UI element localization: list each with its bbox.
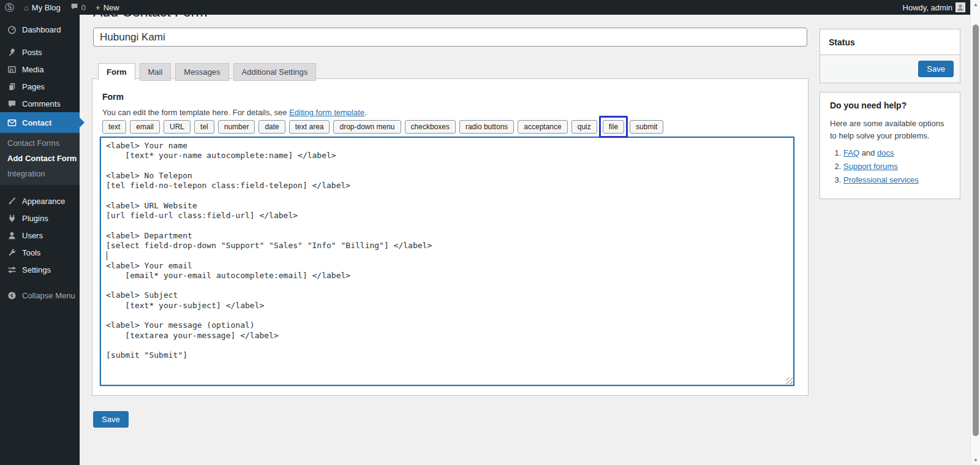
comments-menu[interactable]: 0	[66, 0, 91, 15]
help-box-intro: Here are some available options to help …	[830, 118, 950, 142]
sidebar-item-label: Comments	[22, 99, 61, 108]
sidebar-item-pages[interactable]: Pages	[0, 78, 80, 95]
new-content-menu[interactable]: + New	[91, 0, 124, 15]
sidebar-item-comments[interactable]: Comments	[0, 95, 80, 112]
editor-tabs: Form Mail Messages Additional Settings	[98, 63, 320, 81]
form-template-text: <label> Your name [text* your-name autoc…	[101, 138, 793, 385]
form-title-input[interactable]	[93, 28, 807, 47]
tab-form[interactable]: Form	[98, 63, 135, 81]
focus-highlight-box: file	[599, 116, 628, 138]
wrench-icon	[6, 248, 17, 257]
sidebar-item-settings[interactable]: Settings	[0, 261, 80, 278]
panel-description-period: .	[364, 108, 367, 117]
avatar	[956, 2, 965, 12]
tab-additional-settings[interactable]: Additional Settings	[233, 63, 317, 81]
editing-form-template-link[interactable]: Editing form template	[289, 108, 364, 117]
textarea-resize-grip[interactable]	[786, 377, 793, 384]
sidebar-item-label: Pages	[22, 82, 45, 91]
sidebar-item-users[interactable]: Users	[0, 227, 80, 244]
plus-icon: +	[96, 3, 100, 12]
page-scrollbar[interactable]: ▲ ▼	[970, 0, 980, 465]
tag-button-tel[interactable]: tel	[194, 120, 214, 134]
text-caret	[107, 251, 107, 260]
tag-button-text[interactable]: text	[102, 120, 126, 134]
sidebar-item-label: Dashboard	[22, 25, 61, 34]
tag-button-url[interactable]: URL	[164, 120, 190, 134]
tag-button-radio-buttons[interactable]: radio buttons	[459, 120, 514, 134]
scroll-up-arrow[interactable]: ▲	[971, 2, 980, 7]
my-account-menu[interactable]: Howdy, admin	[898, 0, 970, 15]
comments-icon	[6, 99, 17, 108]
submenu-item-contact-forms[interactable]: Contact Forms	[0, 135, 80, 151]
sidebar-item-label: Plugins	[22, 214, 48, 223]
status-save-button[interactable]: Save	[918, 61, 954, 77]
wordpress-menu[interactable]: Ⓢ	[0, 0, 19, 15]
tag-button-text-area[interactable]: text area	[289, 120, 330, 134]
help-list-item: FAQ and docs	[843, 148, 950, 157]
tag-button-checkboxes[interactable]: checkboxes	[405, 120, 456, 134]
tab-messages[interactable]: Messages	[175, 63, 228, 81]
comment-count: 0	[81, 3, 86, 12]
tag-button-quiz[interactable]: quiz	[571, 120, 597, 134]
sidebar-item-contact[interactable]: Contact	[0, 112, 80, 133]
tag-button-drop-down-menu[interactable]: drop-down menu	[333, 120, 401, 134]
docs-link[interactable]: docs	[877, 148, 894, 157]
tag-button-email[interactable]: email	[130, 120, 160, 134]
tab-mail[interactable]: Mail	[140, 63, 172, 81]
tag-button-acceptance[interactable]: acceptance	[518, 120, 567, 134]
site-name-menu[interactable]: ⌂ My Blog	[19, 0, 66, 15]
help-list-item: Professional services	[843, 175, 950, 184]
status-box-footer: Save	[820, 55, 960, 83]
contact-submenu: Contact Forms Add Contact Form Integrati…	[0, 133, 80, 185]
sidebar-item-collapse-menu[interactable]: Collapse Menu	[0, 287, 80, 304]
professional-services-link[interactable]: Professional services	[843, 175, 919, 184]
collapse-arrow-icon	[6, 291, 17, 300]
faq-link[interactable]: FAQ	[843, 148, 859, 157]
sidebar-separator	[0, 185, 80, 192]
sidebar-item-label: Appearance	[22, 197, 65, 206]
help-item-text: and	[859, 148, 877, 157]
howdy-label: Howdy, admin	[903, 3, 952, 12]
settings-icon	[6, 265, 17, 274]
submenu-item-integration[interactable]: Integration	[0, 166, 80, 181]
pushpin-icon	[6, 48, 17, 57]
tag-button-submit[interactable]: submit	[630, 120, 663, 134]
tag-button-number[interactable]: number	[218, 120, 255, 134]
admin-sidebar: Dashboard Posts Media Pages Comments Con…	[0, 15, 80, 465]
panel-description: You can edit the form template here. For…	[102, 108, 367, 117]
sidebar-item-plugins[interactable]: Plugins	[0, 210, 80, 227]
paintbrush-icon	[6, 197, 17, 206]
status-box-title: Status	[820, 29, 960, 55]
scrollbar-thumb[interactable]	[973, 25, 979, 436]
sidebar-item-appearance[interactable]: Appearance	[0, 192, 80, 210]
sidebar-item-tools[interactable]: Tools	[0, 244, 80, 261]
sidebar-item-dashboard[interactable]: Dashboard	[0, 21, 80, 38]
help-list-item: Support forums	[843, 162, 950, 171]
panel-description-text: You can edit the form template here. For…	[102, 108, 289, 117]
sidebar-item-label: Settings	[22, 265, 51, 274]
support-forums-link[interactable]: Support forums	[843, 162, 898, 171]
panel-heading: Form	[102, 92, 124, 102]
status-box: Status Save	[820, 29, 960, 83]
comment-bubble-icon	[70, 2, 78, 12]
admin-bar: Ⓢ ⌂ My Blog 0 + New Howdy, admin	[0, 0, 970, 15]
site-name-label: My Blog	[32, 3, 61, 12]
sidebar-item-label: Contact	[22, 118, 51, 127]
sidebar-item-label: Posts	[22, 48, 42, 57]
help-links-list: FAQ and docs Support forums Professional…	[843, 148, 950, 184]
scroll-down-arrow[interactable]: ▼	[971, 458, 980, 463]
submenu-item-add-contact-form[interactable]: Add Contact Form	[0, 151, 80, 166]
tag-generator-row: text email URL tel number date text area…	[102, 120, 667, 134]
form-template-editor[interactable]: <label> Your name [text* your-name autoc…	[100, 137, 794, 386]
new-label: New	[104, 3, 119, 12]
dashboard-icon	[6, 25, 17, 34]
envelope-icon	[6, 118, 17, 127]
sidebar-item-label: Users	[22, 231, 43, 240]
sidebar-item-media[interactable]: Media	[0, 61, 80, 78]
tag-button-date[interactable]: date	[258, 120, 285, 134]
tag-button-file[interactable]: file	[603, 120, 624, 134]
save-button[interactable]: Save	[93, 411, 129, 428]
sidebar-item-label: Collapse Menu	[22, 291, 75, 300]
sidebar-item-posts[interactable]: Posts	[0, 43, 80, 61]
home-icon: ⌂	[24, 3, 29, 12]
